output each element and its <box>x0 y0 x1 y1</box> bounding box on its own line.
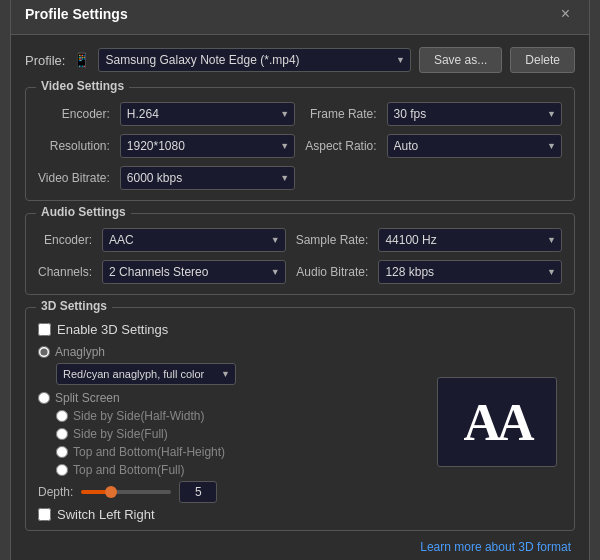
side-full-radio[interactable] <box>56 428 68 440</box>
audio-grid: Encoder: AAC Sample Rate: 44100 Hz Chann… <box>38 228 562 284</box>
save-as-button[interactable]: Save as... <box>419 47 502 73</box>
channels-label: Channels: <box>38 265 92 279</box>
profile-select-wrapper: Samsung Galaxy Note Edge (*.mp4) <box>98 48 410 72</box>
audio-encoder-select[interactable]: AAC <box>102 228 286 252</box>
threed-settings-section: 3D Settings Enable 3D Settings Anaglyph <box>25 307 575 531</box>
anaglyph-radio[interactable] <box>38 346 50 358</box>
video-section-title: Video Settings <box>36 79 129 93</box>
channels-select[interactable]: 2 Channels Stereo <box>102 260 286 284</box>
framerate-label: Frame Rate: <box>305 107 376 121</box>
encoder-select-wrap: H.264 <box>120 102 295 126</box>
video-bitrate-label: Video Bitrate: <box>38 171 110 185</box>
title-bar: Profile Settings × <box>11 0 589 35</box>
audio-bitrate-select-wrap: 128 kbps <box>378 260 562 284</box>
top-full-radio[interactable] <box>56 464 68 476</box>
anaglyph-select-row: Red/cyan anaglyph, full color <box>56 363 420 385</box>
side-half-radio-item: Side by Side(Half-Width) <box>56 409 420 423</box>
profile-settings-dialog: Profile Settings × Profile: 📱 Samsung Ga… <box>10 0 590 560</box>
audio-encoder-label: Encoder: <box>38 233 92 247</box>
threed-left: Enable 3D Settings Anaglyph Red/cyan ana… <box>38 322 420 522</box>
anaglyph-type-select-wrap: Red/cyan anaglyph, full color <box>56 363 236 385</box>
aspect-label: Aspect Ratio: <box>305 139 376 153</box>
anaglyph-type-select[interactable]: Red/cyan anaglyph, full color <box>56 363 236 385</box>
side-half-label: Side by Side(Half-Width) <box>73 409 204 423</box>
video-bitrate-select[interactable]: 6000 kbps <box>120 166 295 190</box>
enable-3d-checkbox[interactable] <box>38 323 51 336</box>
enable-row: Enable 3D Settings <box>38 322 420 337</box>
top-half-label: Top and Bottom(Half-Height) <box>73 445 225 459</box>
depth-label: Depth: <box>38 485 73 499</box>
switch-lr-label: Switch Left Right <box>57 507 155 522</box>
framerate-select-wrap: 30 fps <box>387 102 562 126</box>
threed-right: AA <box>432 322 562 522</box>
resolution-label: Resolution: <box>38 139 110 153</box>
resolution-select-wrap: 1920*1080 <box>120 134 295 158</box>
aa-preview: AA <box>437 377 557 467</box>
threed-body: Enable 3D Settings Anaglyph Red/cyan ana… <box>38 322 562 522</box>
depth-input[interactable] <box>179 481 217 503</box>
anaglyph-radio-item: Anaglyph <box>38 345 420 359</box>
depth-slider[interactable] <box>81 490 171 494</box>
audio-section-title: Audio Settings <box>36 205 131 219</box>
audio-bitrate-label: Audio Bitrate: <box>296 265 369 279</box>
aspect-select[interactable]: Auto <box>387 134 562 158</box>
split-screen-radio-item: Split Screen <box>38 391 420 405</box>
dialog-body: Profile: 📱 Samsung Galaxy Note Edge (*.m… <box>11 35 589 560</box>
samplerate-select-wrap: 44100 Hz <box>378 228 562 252</box>
video-bitrate-select-wrap: 6000 kbps <box>120 166 295 190</box>
side-full-label: Side by Side(Full) <box>73 427 168 441</box>
audio-bitrate-select[interactable]: 128 kbps <box>378 260 562 284</box>
depth-row: Depth: <box>38 481 420 503</box>
audio-encoder-select-wrap: AAC <box>102 228 286 252</box>
encoder-label: Encoder: <box>38 107 110 121</box>
framerate-select[interactable]: 30 fps <box>387 102 562 126</box>
switch-lr-checkbox[interactable] <box>38 508 51 521</box>
encoder-select[interactable]: H.264 <box>120 102 295 126</box>
video-settings-section: Video Settings Encoder: H.264 Frame Rate… <box>25 87 575 201</box>
profile-select-wrap: Samsung Galaxy Note Edge (*.mp4) <box>98 48 410 72</box>
top-half-radio[interactable] <box>56 446 68 458</box>
split-screen-label: Split Screen <box>55 391 120 405</box>
resolution-select[interactable]: 1920*1080 <box>120 134 295 158</box>
samplerate-select[interactable]: 44100 Hz <box>378 228 562 252</box>
profile-select[interactable]: Samsung Galaxy Note Edge (*.mp4) <box>98 48 410 72</box>
learn-more-link[interactable]: Learn more about 3D format <box>420 540 571 554</box>
dialog-title: Profile Settings <box>25 6 128 22</box>
delete-button[interactable]: Delete <box>510 47 575 73</box>
threed-section-title: 3D Settings <box>36 299 112 313</box>
close-button[interactable]: × <box>556 4 575 24</box>
video-grid: Encoder: H.264 Frame Rate: 30 fps Resolu… <box>38 102 562 190</box>
channels-select-wrap: 2 Channels Stereo <box>102 260 286 284</box>
side-half-radio[interactable] <box>56 410 68 422</box>
profile-row: Profile: 📱 Samsung Galaxy Note Edge (*.m… <box>25 47 575 73</box>
top-full-radio-item: Top and Bottom(Full) <box>56 463 420 477</box>
anaglyph-label: Anaglyph <box>55 345 105 359</box>
aa-preview-text: AA <box>463 393 530 452</box>
top-full-label: Top and Bottom(Full) <box>73 463 184 477</box>
switch-row: Switch Left Right <box>38 507 420 522</box>
audio-settings-section: Audio Settings Encoder: AAC Sample Rate:… <box>25 213 575 295</box>
side-full-radio-item: Side by Side(Full) <box>56 427 420 441</box>
bottom-link-row: Learn more about 3D format <box>25 539 571 554</box>
phone-icon: 📱 <box>73 52 90 68</box>
aspect-select-wrap: Auto <box>387 134 562 158</box>
top-half-radio-item: Top and Bottom(Half-Height) <box>56 445 420 459</box>
profile-label: Profile: <box>25 53 65 68</box>
split-screen-radio[interactable] <box>38 392 50 404</box>
samplerate-label: Sample Rate: <box>296 233 369 247</box>
enable-3d-label: Enable 3D Settings <box>57 322 168 337</box>
